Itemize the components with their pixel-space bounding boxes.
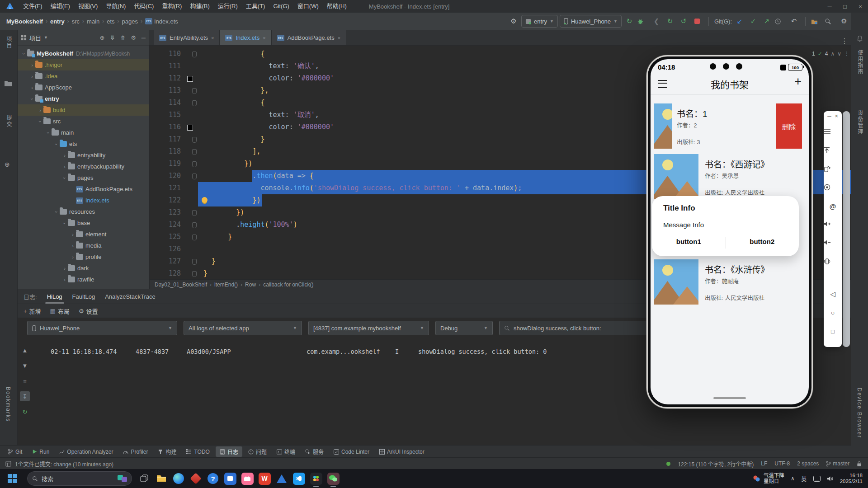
tree-item-resources[interactable]: ›resources [17, 206, 149, 217]
menu-构建(B)[interactable]: 构建(B) [186, 3, 213, 9]
fold-marker-icon[interactable] [192, 137, 197, 143]
volume-icon[interactable] [827, 476, 834, 482]
debug-button[interactable] [637, 18, 649, 25]
tree-chevron-icon[interactable]: › [61, 164, 68, 169]
breadcrumb-item[interactable]: entry [50, 18, 65, 25]
taskbar-app-bilibili[interactable] [239, 469, 256, 488]
tree-chevron-icon[interactable]: › [70, 243, 76, 249]
tree-chevron-icon[interactable]: › [70, 254, 76, 260]
taskbar-app-triangle-app[interactable] [273, 469, 290, 488]
log-level-select[interactable]: Debug▼ [435, 321, 493, 335]
log-action-布局[interactable]: ▦布局 [50, 307, 70, 315]
breadcrumb-item[interactable]: MyBookshelf [6, 18, 43, 25]
book-item[interactable]: 书名：《西游记》作者：吴承恩出版社: 人民文学出版社 [651, 153, 809, 199]
menu-工具(T)[interactable]: 工具(T) [242, 3, 269, 9]
toolwindow-ArkUI Inspector[interactable]: ArkUI Inspector [375, 447, 429, 456]
tree-chevron-icon[interactable]: › [54, 209, 59, 215]
tab-close-icon[interactable]: × [263, 35, 265, 41]
search-everywhere-icon[interactable] [825, 18, 836, 25]
breadcrumb-item[interactable]: src [72, 18, 80, 25]
start-button[interactable] [4, 469, 21, 488]
history-icon[interactable] [774, 18, 786, 25]
breadcrumb-item[interactable]: pages [122, 18, 138, 25]
delete-button[interactable]: 删除 [776, 103, 802, 149]
down-icon[interactable]: ▼ [20, 361, 30, 371]
menu-视图(V)[interactable]: 视图(V) [74, 3, 102, 9]
tab-AddBookPage.ets[interactable]: ETSAddBookPage.ets× [272, 30, 347, 45]
log-tab-HiLog[interactable]: HiLog [47, 293, 62, 300]
menu-Git(G)[interactable]: Git(G) [269, 3, 293, 9]
taskbar-app-edge[interactable] [170, 469, 187, 488]
file-encoding[interactable]: UTF-8 [774, 460, 790, 467]
fold-marker-icon[interactable] [192, 174, 197, 179]
next-problem-icon[interactable]: ∨ [837, 51, 841, 57]
stripe-guide-tab[interactable]: 使用指南 [856, 50, 864, 75]
project-panel-title[interactable]: 项目 [29, 33, 41, 42]
toolwindow-服务[interactable]: 服务 [301, 446, 328, 457]
inspection-menu-icon[interactable]: ⋮ [844, 51, 849, 57]
add-book-icon[interactable]: + [794, 75, 802, 89]
prev-problem-icon[interactable]: ∧ [830, 51, 835, 57]
dialog-button1[interactable]: button1 [652, 238, 726, 245]
fold-marker-icon[interactable] [192, 100, 197, 106]
toolwindow-Git[interactable]: Git [4, 447, 26, 456]
taskbar-app-wps[interactable]: W [256, 469, 273, 488]
tree-chevron-icon[interactable]: › [70, 232, 76, 237]
editor-breadcrumb-item[interactable]: callback for onClick() [263, 282, 313, 288]
tree-chevron-icon[interactable]: › [61, 277, 68, 282]
emulator-minimize-icon[interactable]: ─ [827, 113, 831, 119]
menu-帮助(H)[interactable]: 帮助(H) [323, 3, 351, 9]
tree-item-media[interactable]: ›media [17, 240, 149, 251]
taskbar-search-input[interactable]: 搜索 [27, 471, 132, 486]
menu-代码(C)[interactable]: 代码(C) [130, 3, 158, 9]
restart-app-button[interactable]: ↻ [664, 17, 676, 25]
toolwindow-Code Linter[interactable]: Code Linter [330, 447, 373, 456]
git-update-button[interactable]: ↙ [734, 17, 745, 25]
breadcrumb-item[interactable]: ets [107, 18, 114, 25]
tree-item-ets[interactable]: ›ets [17, 138, 149, 150]
weather-widget[interactable]: 气温下降星期日 [753, 473, 784, 484]
stripe-device-manager-tab[interactable]: 设备管理 [856, 110, 864, 135]
git-push-button[interactable]: ↗ [761, 17, 773, 25]
refresh-icon[interactable]: ↻ [20, 407, 30, 417]
log-device-select[interactable]: Huawei_Phone▼ [27, 321, 177, 335]
log-scope-select[interactable]: All logs of selected app▼ [184, 321, 302, 335]
touch-keyboard-icon[interactable] [813, 476, 821, 482]
emulator-recents-icon[interactable]: □ [824, 327, 842, 335]
run-button[interactable]: ↻ [623, 17, 635, 25]
tab-EntryAbility.ets[interactable]: ETSEntryAbility.ets× [154, 30, 220, 45]
debug-restart-button[interactable]: ↺ [678, 17, 689, 25]
emulator-record-icon[interactable] [824, 184, 842, 191]
toolwindow-Profiler[interactable]: Profiler [119, 447, 152, 456]
intention-bulb-icon[interactable] [202, 197, 208, 203]
tree-item-main[interactable]: ›main [17, 127, 149, 138]
fold-marker-icon[interactable] [192, 149, 197, 155]
menu-文件(F)[interactable]: 文件(F) [19, 3, 47, 9]
stop-button[interactable] [691, 18, 703, 25]
emulator-home-icon[interactable]: ○ [824, 309, 842, 317]
toolwindow-构建[interactable]: 构建 [154, 446, 180, 457]
menu-导航(N)[interactable]: 导航(N) [102, 3, 130, 9]
collapse-all-icon[interactable]: ⤊ [120, 34, 125, 41]
up-icon[interactable]: ▲ [20, 345, 30, 355]
module-selector[interactable]: entry▼ [521, 15, 558, 28]
tab-close-icon[interactable]: × [338, 35, 340, 41]
tree-chevron-icon[interactable]: › [54, 141, 59, 147]
hide-panel-icon[interactable]: ─ [142, 34, 146, 41]
color-swatch[interactable] [187, 125, 193, 131]
folder-stripe-icon[interactable] [5, 80, 12, 86]
ide-settings-icon[interactable]: ⚙ [838, 17, 850, 25]
window-maximize-button[interactable]: □ [837, 3, 853, 10]
taskbar-app-task-view[interactable] [136, 469, 153, 488]
emulator-scroll-rail[interactable] [843, 111, 850, 347]
locate-file-icon[interactable]: ⊕ [99, 34, 104, 41]
tree-chevron-icon[interactable]: › [21, 51, 27, 57]
tree-item-build[interactable]: ›build [17, 104, 149, 116]
layout-icon[interactable] [5, 461, 11, 467]
tree-item-entryability[interactable]: ›entryability [17, 150, 149, 161]
tab-Index.ets[interactable]: ETSIndex.ets× [220, 30, 271, 45]
menu-编辑(E)[interactable]: 编辑(E) [47, 3, 74, 9]
breadcrumb-item[interactable]: Index.ets [154, 18, 178, 25]
log-tab-FaultLog[interactable]: FaultLog [72, 293, 95, 300]
fold-marker-icon[interactable] [192, 210, 197, 216]
